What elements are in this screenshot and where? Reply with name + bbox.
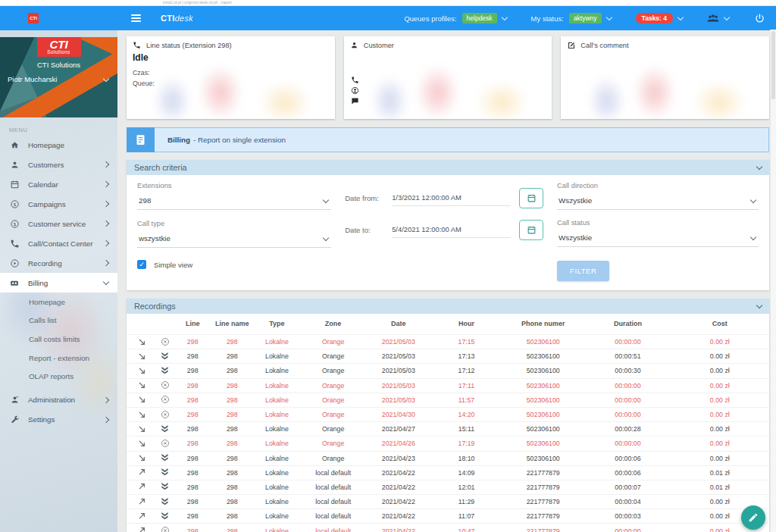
table-row[interactable]: 298 298 Lokalne Orange 2021/04/26 17:19 … bbox=[127, 437, 769, 451]
cell-date: 2021/05/03 bbox=[365, 364, 432, 378]
cell-line: 298 bbox=[174, 393, 211, 407]
call-status-select[interactable]: Wszystkie bbox=[557, 232, 759, 247]
sidebar-item-label: Administration bbox=[28, 396, 104, 404]
recordings-header[interactable]: Recordings bbox=[127, 299, 769, 314]
cell-type: Lokalne bbox=[252, 335, 301, 349]
recordings-table-body: 298 298 Lokalne Orange 2021/05/03 17:15 … bbox=[127, 335, 769, 532]
cell-date: 2021/04/30 bbox=[365, 407, 432, 421]
cell-cost: 0.00 zł bbox=[671, 422, 769, 437]
cell-phone: 502306100 bbox=[501, 437, 585, 451]
sidebar-item-label: Recording bbox=[28, 259, 104, 268]
cell-line-name: 298 bbox=[211, 422, 252, 437]
menu-item-icon: $ bbox=[9, 218, 20, 229]
sidebar-item[interactable]: Recording bbox=[0, 253, 117, 273]
cell-hour: 14:09 bbox=[432, 465, 501, 480]
collapse-chevron-icon[interactable] bbox=[756, 302, 762, 308]
table-row[interactable]: 298 298 Lokalne local default 2021/04/22… bbox=[127, 480, 769, 494]
call-direction-icon bbox=[137, 497, 147, 507]
chevron-right-icon bbox=[103, 161, 109, 167]
call-status-icon bbox=[161, 395, 171, 405]
cell-cost: 0.00 zł bbox=[671, 335, 769, 349]
hamburger-menu-icon[interactable] bbox=[131, 14, 141, 22]
chevron-down-icon[interactable] bbox=[605, 14, 612, 20]
cell-duration: 00:00:00 bbox=[585, 393, 670, 407]
table-row[interactable]: 298 298 Lokalne local default 2021/04/22… bbox=[127, 465, 769, 480]
menu-item-icon: $ bbox=[9, 199, 20, 209]
cell-line-name: 298 bbox=[211, 393, 252, 407]
cell-type: Lokalne bbox=[252, 393, 301, 407]
table-row[interactable]: 298 298 Lokalne Orange 2021/05/03 17:11 … bbox=[127, 378, 769, 393]
tasks-badge[interactable]: Tasks: 4 bbox=[636, 13, 673, 23]
sidebar-item[interactable]: Settings bbox=[0, 410, 117, 430]
page-scrollbar[interactable] bbox=[770, 30, 776, 532]
call-status-icon bbox=[161, 352, 171, 361]
power-logout-icon[interactable] bbox=[753, 12, 765, 24]
date-to-input[interactable]: 5/4/2021 12:00:00 AM bbox=[392, 223, 511, 238]
sidebar-item[interactable]: $ Customer service bbox=[0, 214, 117, 233]
submenu-item[interactable]: Report - extension bbox=[0, 349, 117, 368]
submenu-item[interactable]: Calls list bbox=[0, 311, 117, 330]
sidebar-item[interactable]: Calendar bbox=[0, 174, 117, 194]
recordings-table: LineLine name TypeZone DateHour Phone nu… bbox=[127, 314, 769, 532]
sidebar-item[interactable]: $ Campaigns bbox=[0, 194, 117, 214]
table-row[interactable]: 298 298 Lokalne local default 2021/04/22… bbox=[127, 524, 769, 532]
calendar-button[interactable] bbox=[519, 220, 543, 240]
menu-item-icon bbox=[9, 179, 20, 189]
calendar-button[interactable] bbox=[519, 188, 543, 208]
date-from-label: Date from: bbox=[345, 194, 392, 202]
sidebar-menu: Homepage Customers Calendar bbox=[0, 135, 117, 273]
submenu-item[interactable]: Homepage bbox=[0, 293, 117, 311]
group-icon[interactable] bbox=[707, 12, 719, 24]
table-row[interactable]: 298 298 Lokalne Orange 2021/04/23 18:10 … bbox=[127, 451, 769, 465]
chevron-right-icon bbox=[103, 201, 109, 207]
sidebar-item-billing[interactable]: Billing bbox=[0, 273, 117, 293]
submenu-item[interactable]: Call costs limits bbox=[0, 330, 117, 349]
table-row[interactable]: 298 298 Lokalne Orange 2021/04/27 15:11 … bbox=[127, 422, 769, 437]
collapse-chevron-icon[interactable] bbox=[756, 164, 762, 170]
call-direction-select[interactable]: Wszystkie bbox=[557, 195, 759, 210]
cell-line: 298 bbox=[174, 407, 211, 421]
cell-duration: 00:00:00 bbox=[585, 378, 670, 393]
submenu-item[interactable]: OLAP reports bbox=[0, 367, 117, 386]
chevron-right-icon bbox=[103, 417, 109, 423]
extensions-value: 298 bbox=[139, 196, 151, 205]
search-criteria-header[interactable]: Search criteria bbox=[127, 160, 769, 175]
user-menu[interactable]: Piotr Mucharski bbox=[0, 69, 117, 83]
cti-logo: CTI bbox=[28, 13, 39, 23]
cell-zone: Orange bbox=[302, 422, 365, 437]
edit-fab-button[interactable] bbox=[741, 505, 765, 530]
table-row[interactable]: 298 298 Lokalne Orange 2021/04/30 14:20 … bbox=[127, 407, 769, 421]
table-row[interactable]: 298 298 Lokalne local default 2021/04/22… bbox=[127, 495, 769, 509]
sidebar-item[interactable]: Administration bbox=[0, 390, 117, 410]
chevron-down-icon[interactable] bbox=[724, 14, 730, 20]
queues-profile-badge[interactable]: helpdesk bbox=[462, 13, 497, 23]
call-direction-icon bbox=[137, 512, 147, 521]
table-row[interactable]: 298 298 Lokalne local default 2021/04/22… bbox=[127, 509, 769, 524]
sidebar: CTI Solutions CTI Solutions Piotr Muchar… bbox=[0, 30, 117, 532]
table-row[interactable]: 298 298 Lokalne Orange 2021/05/03 17:13 … bbox=[127, 349, 769, 364]
cell-line-name: 298 bbox=[211, 465, 252, 480]
cell-type: Lokalne bbox=[252, 509, 301, 524]
sidebar-item[interactable]: Call/Contact Center bbox=[0, 233, 117, 253]
cell-phone: 502306100 bbox=[501, 364, 585, 378]
status-cards: Line status (Extension 298) Idle Czas: Q… bbox=[127, 36, 769, 119]
table-row[interactable]: 298 298 Lokalne Orange 2021/05/03 17:12 … bbox=[127, 364, 769, 378]
chevron-down-icon[interactable] bbox=[501, 14, 507, 20]
simple-view-checkbox[interactable]: ✓ bbox=[137, 260, 146, 269]
cell-zone: local default bbox=[302, 495, 365, 509]
sidebar-item[interactable]: Homepage bbox=[0, 135, 117, 155]
date-from-input[interactable]: 1/3/2021 12:00:00 AM bbox=[392, 191, 511, 206]
table-row[interactable]: 298 298 Lokalne Orange 2021/05/03 11:57 … bbox=[127, 393, 769, 407]
menu-item-icon bbox=[9, 238, 20, 249]
chevron-down-icon[interactable] bbox=[677, 14, 684, 20]
call-type-select[interactable]: wszystkie bbox=[137, 233, 331, 248]
table-row[interactable]: 298 298 Lokalne Orange 2021/05/03 17:15 … bbox=[127, 335, 769, 349]
filter-button[interactable]: FILTER bbox=[557, 261, 609, 281]
chat-icon bbox=[351, 97, 359, 105]
time-label: Czas: bbox=[133, 69, 329, 77]
my-status-badge[interactable]: aktywny bbox=[569, 13, 602, 23]
date-to-label: Date to: bbox=[345, 226, 392, 234]
sidebar-item[interactable]: Customers bbox=[0, 155, 117, 174]
call-direction-icon bbox=[137, 439, 147, 449]
extensions-select[interactable]: 298 bbox=[137, 195, 331, 210]
